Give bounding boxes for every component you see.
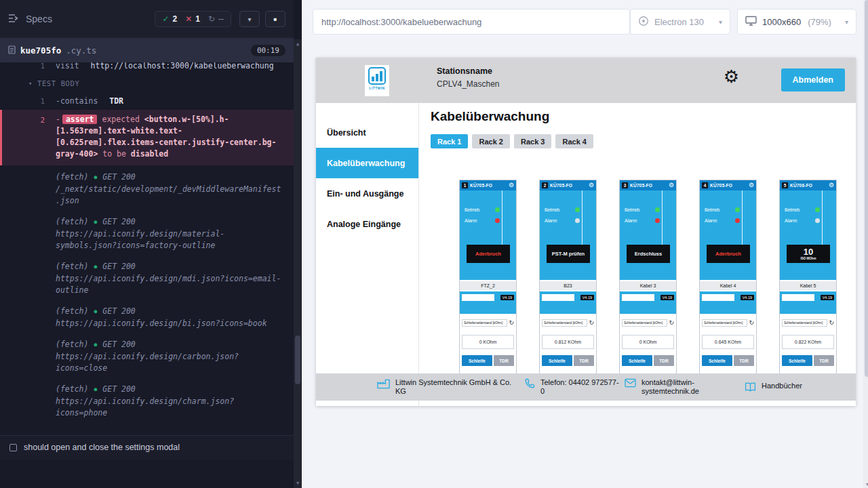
refresh-icon[interactable]: ↻ bbox=[669, 320, 674, 326]
station-name-label: Stationsname bbox=[437, 66, 500, 76]
version-input-box bbox=[622, 294, 654, 301]
card-header: 4 KÜ705-FO ⚙ bbox=[700, 180, 756, 190]
tdr-button[interactable]: TDR bbox=[654, 355, 674, 366]
rack-tab[interactable]: Rack 1 bbox=[431, 134, 468, 148]
sidebar-nav-item[interactable]: Ein- und Ausgänge bbox=[316, 178, 418, 209]
alarm-indicator: Alarm bbox=[625, 218, 660, 223]
fetch-log-entry[interactable]: (fetch) ● GET 200 https://api.iconify.de… bbox=[0, 336, 294, 378]
pending-stat[interactable]: ↻ -- bbox=[208, 14, 224, 24]
status-display: PST-M prüfen bbox=[547, 245, 590, 263]
url-input[interactable] bbox=[313, 9, 630, 35]
schleife-button[interactable]: Schleife bbox=[542, 355, 572, 366]
email-icon bbox=[625, 378, 636, 389]
card-settings-gear-icon[interactable]: ⚙ bbox=[589, 182, 594, 188]
card-divider bbox=[742, 190, 743, 245]
schleife-button[interactable]: Schleife bbox=[622, 355, 652, 366]
card-divider bbox=[662, 190, 663, 245]
tdr-button[interactable]: TDR bbox=[574, 355, 594, 366]
fetch-status: GET 200 bbox=[102, 171, 135, 183]
sidebar-nav-label: Ein- und Ausgänge bbox=[327, 189, 403, 199]
firmware-version: V4.19 bbox=[660, 295, 674, 300]
fetch-url: https://api.iconify.design/material-symb… bbox=[56, 228, 285, 251]
schleife-button[interactable]: Schleife bbox=[702, 355, 732, 366]
card-measurements: Schleifenwiderstand [kOhm] ↻ 0 KOhm Schl… bbox=[460, 314, 516, 366]
rack-tab-label: Rack 4 bbox=[562, 138, 586, 146]
rack-tab[interactable]: Rack 2 bbox=[472, 134, 509, 148]
sidebar-nav-item[interactable]: Kabelüberwachung bbox=[316, 148, 418, 178]
rack-tab[interactable]: Rack 4 bbox=[555, 134, 593, 148]
card-settings-gear-icon[interactable]: ⚙ bbox=[509, 182, 514, 188]
scroll-down-icon[interactable]: ▼ bbox=[294, 481, 302, 486]
fetch-log-entry[interactable]: (fetch) ● GET 200 https://api.iconify.de… bbox=[0, 380, 294, 422]
card-settings-gear-icon[interactable]: ⚙ bbox=[749, 182, 754, 188]
rack-tab-label: Rack 2 bbox=[479, 138, 502, 146]
scroll-up-icon[interactable]: ▲ bbox=[294, 41, 302, 47]
test-icon bbox=[9, 444, 17, 451]
logout-button[interactable]: Abmelden bbox=[781, 68, 845, 92]
alarm-indicator: Alarm bbox=[785, 218, 820, 223]
resistance-value: 0.812 KOhm bbox=[542, 335, 594, 349]
refresh-icon[interactable]: ↻ bbox=[589, 320, 594, 326]
fetch-log-entry[interactable]: (fetch) ● GET 200 https://api.iconify.de… bbox=[0, 302, 294, 333]
scrollbar-thumb[interactable] bbox=[295, 336, 300, 384]
rack-tab[interactable]: Rack 3 bbox=[514, 134, 551, 148]
command-assert-failed[interactable]: 2 -assertexpected <button.w-[50%].h-[1.5… bbox=[0, 110, 294, 165]
command-visit[interactable]: 1 visit http://localhost:3000/kabelueber… bbox=[0, 62, 294, 71]
next-test-title[interactable]: should open and close the settings modal bbox=[0, 435, 294, 460]
fetch-label: (fetch) bbox=[56, 171, 88, 183]
browser-select[interactable]: Electron 130 ▾ bbox=[630, 9, 730, 35]
littwin-logo-icon bbox=[368, 67, 386, 85]
reporter-scrollbar[interactable]: ▲ ▼ bbox=[294, 39, 302, 488]
betrieb-label: Betrieb bbox=[465, 207, 479, 212]
alarm-label: Alarm bbox=[705, 218, 717, 223]
card-divider bbox=[822, 190, 823, 245]
alarm-label: Alarm bbox=[785, 218, 797, 223]
specs-label: Specs bbox=[26, 14, 52, 24]
scrollbar-thumb[interactable] bbox=[865, 0, 868, 377]
version-input-box bbox=[462, 294, 494, 301]
tdr-button[interactable]: TDR bbox=[734, 355, 754, 366]
card-settings-gear-icon[interactable]: ⚙ bbox=[669, 182, 674, 188]
stop-tests-button[interactable]: ■ bbox=[265, 11, 285, 27]
viewport-select[interactable]: 1000x660 (79%) ▾ bbox=[737, 9, 856, 35]
fetch-url: https://api.iconify.design/carbon.json?i… bbox=[56, 351, 285, 374]
specs-button[interactable]: Specs bbox=[8, 14, 52, 25]
sidebar-nav-item[interactable]: Übersicht bbox=[316, 117, 418, 148]
card-settings-gear-icon[interactable]: ⚙ bbox=[829, 182, 834, 188]
spec-timer: 00:19 bbox=[251, 45, 285, 56]
fetch-log-entry[interactable]: (fetch) ● GET 200 https://api.iconify.de… bbox=[0, 258, 294, 300]
footer-manuals-link[interactable]: Handbücher bbox=[745, 382, 802, 393]
betrieb-status-led bbox=[815, 207, 820, 212]
footer-company: Littwin Systemtechnik GmbH & Co. KG bbox=[377, 378, 516, 396]
device-model-label: KÜ705-FO bbox=[470, 183, 507, 188]
failed-stat[interactable]: ✕ 1 bbox=[185, 14, 200, 24]
refresh-icon[interactable]: ↻ bbox=[829, 320, 834, 326]
command-contains[interactable]: 1 -contains TDR bbox=[0, 94, 294, 108]
passed-stat[interactable]: ✓ 2 bbox=[162, 14, 177, 24]
test-body-section[interactable]: ▾ TEST BODY bbox=[0, 71, 294, 94]
tdr-button[interactable]: TDR bbox=[814, 355, 834, 366]
schleife-button[interactable]: Schleife bbox=[782, 355, 812, 366]
refresh-icon[interactable]: ↻ bbox=[509, 320, 514, 326]
app-main: Kabelüberwachung Rack 1 Rack 2 Rack 3 bbox=[419, 103, 856, 406]
cypress-reporter: Specs ✓ 2 ✕ 1 ↻ -- ▾ bbox=[0, 0, 302, 488]
fetch-log-entry[interactable]: (fetch) ● GET 200 https://api.iconify.de… bbox=[0, 213, 294, 255]
scroll-down-icon[interactable]: ▼ bbox=[863, 482, 868, 487]
spec-header[interactable]: kue705fo.cy.ts 00:19 bbox=[0, 39, 294, 62]
schleife-button[interactable]: Schleife bbox=[462, 355, 492, 366]
refresh-icon[interactable]: ↻ bbox=[749, 320, 754, 326]
tdr-button[interactable]: TDR bbox=[494, 355, 514, 366]
command-name: visit bbox=[56, 62, 79, 70]
sidebar-nav-item[interactable]: Analoge Eingänge bbox=[316, 209, 418, 239]
fetch-log-entry[interactable]: (fetch) ● GET 200 /_next/static/developm… bbox=[0, 168, 294, 210]
betrieb-label: Betrieb bbox=[545, 207, 559, 212]
settings-gear-icon[interactable]: ⚙ bbox=[724, 68, 739, 85]
page-scrollbar[interactable]: ▼ bbox=[863, 0, 868, 488]
sidebar-nav-label: Kabelüberwachung bbox=[327, 159, 405, 168]
spec-extension: .cy.ts bbox=[66, 45, 96, 56]
collapse-reporter-button[interactable]: ▾ bbox=[239, 11, 260, 27]
alarm-status-led bbox=[655, 218, 660, 223]
fetch-url: https://api.iconify.design/charm.json?ic… bbox=[56, 396, 285, 419]
alarm-status-led bbox=[815, 218, 820, 223]
firmware-version: V4.19 bbox=[821, 295, 834, 300]
